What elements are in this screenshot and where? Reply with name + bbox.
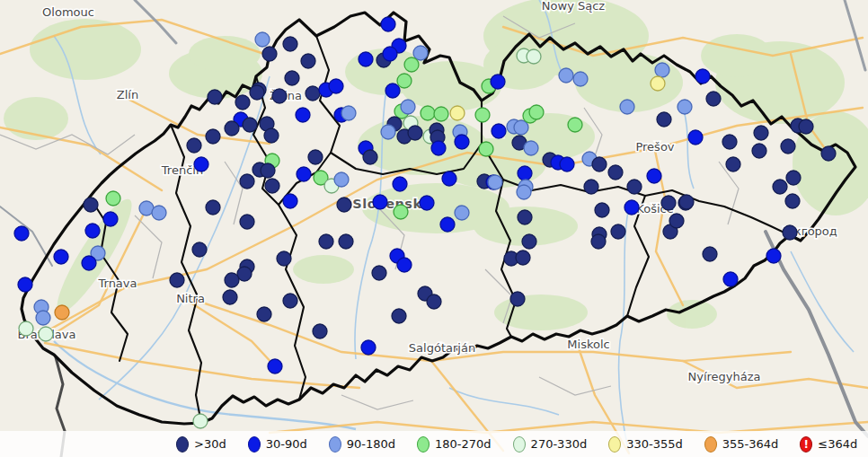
map-marker[interactable] [450,106,465,120]
map-marker[interactable] [359,52,373,66]
map-marker[interactable] [488,175,502,189]
map-marker[interactable] [243,118,257,132]
map-marker[interactable] [517,185,531,199]
map-marker[interactable] [695,69,710,83]
map-marker[interactable] [661,196,676,210]
map-marker[interactable] [381,17,395,31]
map-marker[interactable] [799,119,813,134]
map-marker[interactable] [723,272,738,286]
map-marker[interactable] [337,198,351,212]
map-marker[interactable] [516,250,530,265]
map-marker[interactable] [152,206,166,220]
map-marker[interactable] [308,150,323,164]
map-marker[interactable] [440,217,455,232]
map-marker[interactable] [306,86,320,101]
map-marker[interactable] [679,195,694,209]
map-marker[interactable] [170,273,184,287]
map-marker[interactable] [261,163,275,178]
map-marker[interactable] [264,128,279,143]
map-marker[interactable] [783,225,797,240]
map-marker[interactable] [373,195,387,209]
map-marker[interactable] [627,180,642,194]
map-marker[interactable] [106,191,120,206]
map-marker[interactable] [518,166,532,180]
map-marker[interactable] [786,171,801,185]
map-marker[interactable] [651,76,665,91]
map-marker[interactable] [301,54,315,68]
map-marker[interactable] [381,125,395,139]
map-marker[interactable] [591,234,606,249]
map-marker[interactable] [479,142,493,156]
map-marker[interactable] [455,135,469,149]
map-marker[interactable] [283,294,297,308]
map-marker[interactable] [283,194,297,208]
map-marker[interactable] [187,138,201,153]
map-marker[interactable] [529,105,544,119]
map-marker[interactable] [262,47,277,61]
map-marker[interactable] [103,212,118,226]
map-marker[interactable] [766,249,781,263]
map-marker[interactable] [475,108,490,122]
map-marker[interactable] [624,200,639,215]
map-marker[interactable] [421,106,435,120]
map-marker[interactable] [678,100,692,114]
map-marker[interactable] [329,79,343,93]
map-marker[interactable] [334,172,349,187]
map-marker[interactable] [524,141,538,155]
map-marker[interactable] [297,167,311,181]
map-marker[interactable] [36,311,50,325]
map-marker[interactable] [592,157,607,171]
map-marker[interactable] [268,359,282,374]
map-marker[interactable] [595,203,609,217]
map-marker[interactable] [669,214,684,228]
map-marker[interactable] [434,107,448,121]
map-marker[interactable] [250,85,264,100]
map-marker[interactable] [85,224,100,238]
map-marker[interactable] [620,100,634,114]
map-marker[interactable] [584,180,598,194]
map-marker[interactable] [257,307,271,321]
map-marker[interactable] [527,49,541,64]
map-marker[interactable] [296,108,310,122]
map-marker[interactable] [722,135,737,149]
map-marker[interactable] [568,118,582,132]
map-marker[interactable] [18,277,32,292]
map-marker[interactable] [235,95,250,110]
map-marker[interactable] [319,234,333,249]
map-canvas[interactable]: OlomoucZlínNowy SączŽilinaTrenčínTrnavaN… [0,0,868,457]
map-marker[interactable] [455,206,469,220]
map-marker[interactable] [611,224,625,239]
map-marker[interactable] [688,130,703,145]
map-marker[interactable] [726,157,740,171]
map-marker[interactable] [518,210,532,224]
map-marker[interactable] [272,89,287,103]
map-marker[interactable] [84,198,98,212]
map-marker[interactable] [82,256,96,270]
map-marker[interactable] [754,126,768,140]
map-marker[interactable] [706,92,721,106]
map-marker[interactable] [431,141,446,155]
map-marker[interactable] [781,139,795,154]
map-marker[interactable] [397,258,412,272]
map-marker[interactable] [206,129,220,144]
map-marker[interactable] [192,242,207,257]
map-marker[interactable] [573,72,588,86]
map-marker[interactable] [54,250,68,264]
map-marker[interactable] [14,226,29,241]
map-marker[interactable] [522,234,536,249]
map-marker[interactable] [491,75,505,89]
map-marker[interactable] [383,47,397,61]
map-marker[interactable] [223,290,237,304]
map-marker[interactable] [265,179,279,193]
map-marker[interactable] [39,327,53,341]
map-marker[interactable] [240,215,254,229]
map-marker[interactable] [285,71,299,85]
map-marker[interactable] [394,205,408,219]
map-marker[interactable] [559,68,573,83]
map-marker[interactable] [193,414,208,428]
map-marker[interactable] [408,126,422,140]
map-marker[interactable] [657,112,671,127]
map-marker[interactable] [194,157,208,171]
map-marker[interactable] [821,146,836,161]
map-marker[interactable] [372,266,386,280]
